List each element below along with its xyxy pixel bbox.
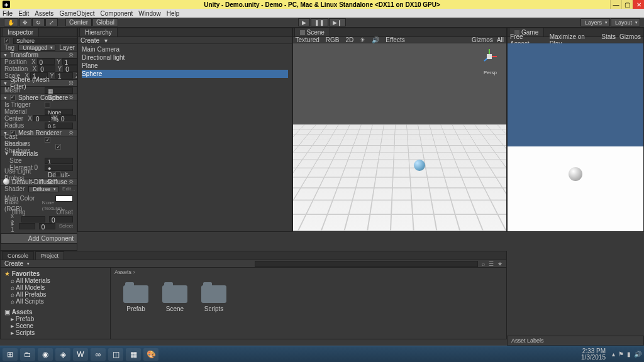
fav-item[interactable]: ⌕ All Materials (4, 277, 106, 284)
menu-bar: File Edit Assets GameObject Component Wi… (0, 9, 644, 18)
menu-assets[interactable]: Assets (35, 10, 53, 17)
projection-label: Persp (484, 70, 497, 75)
scale-tool-button[interactable]: ⤢ (45, 18, 58, 26)
play-button[interactable]: ▶ (298, 18, 310, 26)
minimize-button[interactable]: — (610, 0, 621, 9)
fav-item[interactable]: ⌕ All Prefabs (4, 291, 106, 298)
mesh-field[interactable]: ▦ Sphere (45, 87, 73, 94)
scene-sphere-object[interactable] (414, 160, 425, 171)
physic-material-field[interactable]: None (Physic Material) (45, 109, 73, 115)
pause-button[interactable]: ❚❚ (311, 18, 328, 26)
light-probes-toggle[interactable] (55, 172, 61, 177)
star-icon[interactable]: ★ (497, 261, 502, 267)
unity-logo-icon: ◈ (3, 1, 10, 8)
gear-icon[interactable]: ⛭ (69, 52, 74, 58)
folder-item[interactable]: Prefab (123, 285, 148, 312)
menu-help[interactable]: Help (167, 10, 180, 17)
step-button[interactable]: ▶❙ (329, 18, 346, 26)
radius-field[interactable]: 0.5 (45, 123, 73, 129)
network-icon[interactable]: ▮ (627, 351, 631, 358)
visualstudio-icon[interactable]: ∞ (91, 348, 106, 361)
gear-icon[interactable]: ⛭ (69, 80, 74, 86)
hierarchy-item[interactable]: Plane (82, 62, 288, 70)
app-icon[interactable]: 🎨 (143, 348, 158, 361)
layout-dropdown[interactable]: Layout (611, 18, 640, 26)
svg-rect-3 (487, 54, 492, 59)
pivot-center-button[interactable]: Center (65, 18, 92, 26)
project-content: Assets › Prefab Scene Scripts (111, 268, 506, 339)
filter-icon[interactable]: ☰ (489, 261, 494, 267)
hierarchy-item[interactable]: Directional light (82, 53, 288, 62)
scene-panel: Scene Textured RGB 2D ☀🔊 Effects Gizmos … (292, 28, 508, 232)
project-search-input[interactable] (255, 261, 479, 267)
flag-icon[interactable]: ⚑ (618, 351, 624, 358)
app-icon[interactable]: ▦ (126, 348, 141, 361)
tray-up-icon[interactable]: ▴ (612, 351, 615, 358)
tag-dropdown[interactable]: Untagged (18, 45, 55, 51)
clock[interactable]: 2:33 PM1/3/2015 (581, 348, 606, 361)
close-button[interactable]: ✕ (633, 0, 644, 9)
menu-window[interactable]: Window (138, 10, 161, 17)
hierarchy-item[interactable]: Main Camera (82, 45, 288, 53)
game-viewport[interactable] (508, 43, 643, 231)
inspector-panel: Inspector ✓ Static Tag Untagged Layer De… (0, 28, 77, 251)
windows-taskbar: ⊞ 🗀 ◉ ◈ W ∞ ◫ ▦ 🎨 2:33 PM1/3/2015 ▴ ⚑ ▮ … (0, 346, 644, 362)
hierarchy-panel: Hierarchy Create▾ Main Camera Directiona… (77, 28, 292, 232)
project-create-button[interactable]: Create (4, 260, 23, 267)
pivot-global-button[interactable]: Global (92, 18, 118, 26)
shader-dropdown[interactable]: Diffuse (28, 186, 58, 192)
effects-dropdown[interactable]: Effects (386, 36, 404, 43)
hierarchy-item-selected[interactable]: Sphere (82, 70, 288, 78)
gear-icon[interactable]: ⛭ (69, 178, 74, 185)
gear-icon[interactable]: ⛭ (69, 129, 74, 136)
search-icon[interactable]: ⌕ (482, 261, 485, 267)
chrome-icon[interactable]: ◉ (38, 348, 53, 361)
scene-tab[interactable]: Scene (294, 28, 330, 36)
window-title: Unity - Demo.unity - Demo - PC, Mac & Li… (204, 1, 440, 8)
breadcrumb[interactable]: Assets › (114, 269, 135, 275)
menu-file[interactable]: File (3, 10, 13, 17)
shading-mode-dropdown[interactable]: Textured (296, 36, 319, 43)
folder-item[interactable]: Scripts (201, 285, 226, 312)
explorer-icon[interactable]: 🗀 (20, 348, 35, 361)
draw-mode[interactable]: RGB (326, 36, 340, 43)
gizmos-dropdown[interactable]: Gizmos (472, 36, 493, 43)
project-tab[interactable]: Project (35, 251, 64, 260)
istrigger-toggle[interactable] (45, 102, 50, 107)
add-component-button[interactable]: Add Component (1, 233, 77, 244)
rotate-tool-button[interactable]: ↻ (32, 18, 45, 26)
meshfilter-header[interactable]: ▼Sphere (Mesh Filter)⛭ (1, 79, 77, 87)
active-toggle[interactable]: ✓ (4, 38, 9, 43)
2d-toggle[interactable]: 2D (346, 36, 354, 43)
maximize-button[interactable]: ▢ (621, 0, 633, 9)
menu-gameobject[interactable]: GameObject (59, 10, 94, 17)
console-tab[interactable]: Console (2, 251, 34, 260)
dir-item[interactable]: ▸ Scripts (4, 329, 106, 336)
gear-icon[interactable]: ⛭ (69, 94, 74, 101)
folder-item[interactable]: Scene (162, 285, 187, 312)
game-panel: Game Free Aspect Maximize on Play Stats … (507, 28, 644, 232)
asset-labels-header[interactable]: Asset Labels (507, 336, 644, 346)
object-name-input[interactable] (13, 38, 77, 44)
menu-edit[interactable]: Edit (18, 10, 29, 17)
recv-shadows-toggle[interactable]: ✓ (55, 144, 61, 150)
menu-component[interactable]: Component (101, 10, 133, 17)
start-button[interactable]: ⊞ (3, 348, 18, 361)
fav-item[interactable]: ⌕ All Scripts (4, 298, 106, 305)
inspector-tab[interactable]: Inspector (2, 28, 39, 36)
transform-header[interactable]: ▼Transform⛭ (1, 51, 77, 58)
unity-icon[interactable]: ◈ (55, 348, 70, 361)
layers-dropdown[interactable]: Layers (580, 18, 610, 26)
dir-item[interactable]: ▸ Scene (4, 322, 106, 329)
orientation-gizmo-icon[interactable] (480, 47, 499, 66)
move-tool-button[interactable]: ✥ (19, 18, 31, 26)
dir-item[interactable]: ▸ Prefab (4, 315, 106, 322)
scene-viewport[interactable]: Persp (293, 43, 507, 231)
word-icon[interactable]: W (73, 348, 88, 361)
app-icon[interactable]: ◫ (108, 348, 123, 361)
volume-icon[interactable]: 🔊 (634, 351, 641, 358)
hierarchy-create-button[interactable]: Create (80, 37, 99, 44)
hand-tool-button[interactable]: ✋ (4, 18, 18, 26)
fav-item[interactable]: ⌕ All Models (4, 284, 106, 291)
hierarchy-tab[interactable]: Hierarchy (79, 28, 118, 36)
